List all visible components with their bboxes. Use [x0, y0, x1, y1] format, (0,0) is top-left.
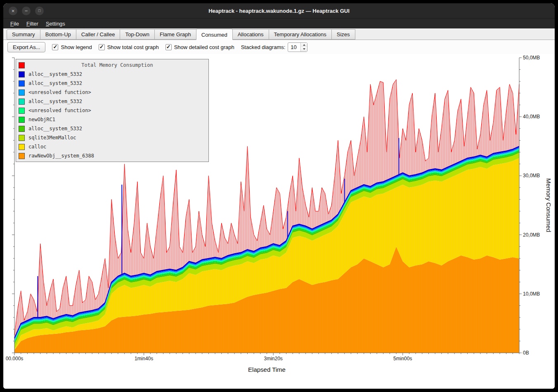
- tab-top-down[interactable]: Top-Down: [120, 29, 155, 40]
- legend-label: alloc__system_5332: [28, 80, 82, 86]
- chart-area[interactable]: 00.000s1min40s3min20s5min00s0B10,0MB20,0…: [3, 54, 555, 389]
- legend-label: Total Memory Consumption: [28, 62, 206, 68]
- stacked-diagrams-label: Stacked diagrams:: [241, 44, 286, 50]
- menu-item-settings[interactable]: Settings: [42, 19, 69, 28]
- legend-label: <unresolved function>: [28, 89, 91, 95]
- maximize-icon: □: [38, 9, 40, 13]
- y-tick-label: 40,0MB: [523, 114, 540, 120]
- x-tick-label: 5min00s: [393, 356, 412, 361]
- x-tick-label: 00.000s: [6, 356, 24, 361]
- legend-item: alloc__system_5332: [19, 124, 206, 133]
- window-title: Heaptrack - heaptrack.wakunode.1.gz — He…: [3, 8, 555, 14]
- legend-swatch: [19, 108, 25, 114]
- window-controls: × − □: [3, 7, 44, 15]
- minimize-button[interactable]: −: [22, 7, 31, 15]
- tab-consumed[interactable]: Consumed: [196, 29, 233, 40]
- spinbox-arrows: [300, 43, 307, 52]
- x-tick-label: 3min20s: [264, 356, 283, 361]
- tab-allocations[interactable]: Allocations: [232, 29, 269, 40]
- y-tick-label: 10,0MB: [523, 291, 540, 297]
- tab-temporary-allocations[interactable]: Temporary Allocations: [269, 29, 332, 40]
- legend-item: sqlite3MemMalloc: [19, 133, 206, 142]
- legend-label: calloc: [28, 144, 46, 150]
- legend-item: alloc__system_5332: [19, 97, 206, 106]
- maximize-button[interactable]: □: [35, 7, 44, 15]
- menu-item-filter[interactable]: Filter: [23, 19, 42, 28]
- legend-swatch: [19, 62, 25, 68]
- legend-label: alloc__system_5332: [28, 99, 82, 104]
- toolbar: Export As... Show legend Show total cost…: [3, 40, 555, 54]
- spin-up-button[interactable]: [301, 43, 307, 47]
- menu-item-file[interactable]: File: [7, 19, 23, 28]
- checkbox-label: Show total cost graph: [107, 44, 159, 50]
- legend-swatch: [19, 99, 25, 105]
- checkbox-show-detailed-cost-graph[interactable]: Show detailed cost graph: [166, 44, 234, 50]
- legend-swatch: [19, 117, 25, 123]
- tab-sizes[interactable]: Sizes: [331, 29, 355, 40]
- checkbox-icon: [166, 44, 172, 50]
- legend-swatch: [19, 135, 25, 141]
- checkbox-label: Show detailed cost graph: [174, 44, 234, 50]
- menu-bar: File Filter Settings: [3, 19, 555, 28]
- checkbox-show-legend[interactable]: Show legend: [52, 44, 92, 50]
- y-tick-label: 20,0MB: [523, 232, 540, 238]
- tab-caller-callee[interactable]: Caller / Callee: [76, 29, 121, 40]
- legend-item: rawNewObj__system_6388: [19, 151, 206, 160]
- legend-label: newObjRC1: [28, 117, 55, 122]
- legend-swatch: [19, 153, 25, 159]
- legend-swatch: [19, 71, 25, 77]
- x-axis-label: Elapsed Time: [248, 366, 286, 373]
- legend-swatch: [19, 89, 25, 96]
- y-tick-label: 50,0MB: [523, 55, 540, 61]
- spin-down-button[interactable]: [301, 47, 307, 52]
- legend-item: newObjRC1: [19, 115, 206, 124]
- app-window: × − □ Heaptrack - heaptrack.wakunode.1.g…: [3, 3, 555, 389]
- legend-swatch: [19, 144, 25, 150]
- tab-flame-graph[interactable]: Flame Graph: [154, 29, 196, 40]
- legend-item: calloc: [19, 142, 206, 151]
- checkbox-icon: [52, 44, 58, 50]
- legend-item: alloc__system_5332: [19, 79, 206, 88]
- tab-bottom-up[interactable]: Bottom-Up: [40, 29, 76, 40]
- y-tick-label: 30,0MB: [523, 173, 540, 178]
- chevron-down-icon: [303, 48, 305, 50]
- minimize-icon: −: [25, 8, 28, 14]
- tab-summary[interactable]: Summary: [7, 29, 40, 40]
- export-as-button[interactable]: Export As...: [7, 42, 45, 52]
- legend-label: alloc__system_5332: [28, 71, 82, 77]
- legend-label: alloc__system_5332: [28, 126, 82, 131]
- legend-swatch: [19, 126, 25, 132]
- y-tick-label: 0B: [523, 350, 529, 356]
- checkbox-label: Show legend: [61, 44, 92, 50]
- legend-label: <unresolved function>: [28, 108, 91, 113]
- x-tick-label: 1min40s: [135, 356, 153, 361]
- y-axis-label: Memory Consumed: [545, 178, 552, 232]
- chevron-up-icon: [303, 44, 305, 46]
- stacked-diagrams-spinbox[interactable]: 10: [288, 42, 307, 52]
- tab-bar: Summary Bottom-Up Caller / Callee Top-Do…: [3, 28, 555, 40]
- legend-swatch: [19, 80, 25, 87]
- legend-item: <unresolved function>: [19, 106, 206, 115]
- close-button[interactable]: ×: [9, 7, 17, 15]
- legend-title: Total Memory Consumption: [19, 61, 206, 70]
- legend-label: sqlite3MemMalloc: [28, 135, 76, 141]
- title-bar: × − □ Heaptrack - heaptrack.wakunode.1.g…: [3, 3, 555, 19]
- legend-item: <unresolved function>: [19, 88, 206, 97]
- checkbox-show-total-cost-graph[interactable]: Show total cost graph: [99, 44, 159, 50]
- chart-legend: Total Memory Consumptionalloc__system_53…: [16, 59, 209, 162]
- legend-item: alloc__system_5332: [19, 70, 206, 79]
- close-icon: ×: [12, 8, 15, 14]
- checkbox-icon: [99, 44, 105, 50]
- spinbox-value: 10: [288, 43, 300, 52]
- legend-label: rawNewObj__system_6388: [28, 153, 94, 159]
